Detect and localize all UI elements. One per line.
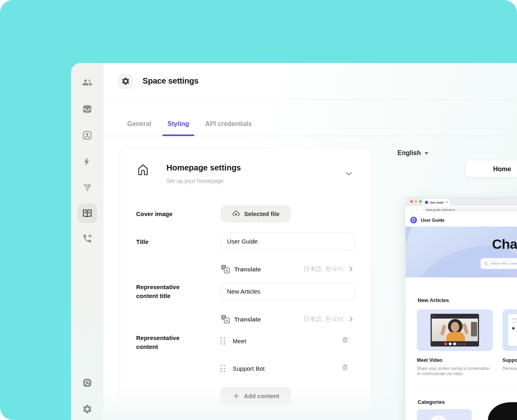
back-arrow-icon[interactable]: ←	[409, 208, 413, 212]
tab-close-icon[interactable]: ✕	[446, 201, 448, 204]
article-title: Support	[502, 357, 517, 363]
representative-content-title-input[interactable]	[221, 283, 355, 300]
drag-handle-icon[interactable]	[221, 365, 225, 372]
automation-bolt-icon[interactable]	[82, 156, 92, 167]
title-input[interactable]	[221, 233, 355, 250]
add-content-label: Add content	[244, 393, 280, 399]
site-header: User Guide	[406, 214, 517, 227]
contacts-icon[interactable]	[82, 130, 92, 141]
channel-messenger-icon[interactable]	[82, 378, 92, 388]
language-selector[interactable]: English	[397, 149, 429, 157]
content-item-row: Meet	[221, 333, 355, 349]
chevron-right-icon	[347, 315, 355, 323]
delete-trash-icon[interactable]	[341, 336, 349, 346]
plus-icon	[232, 392, 240, 400]
homepage-settings-card: Homepage settings Set up your homepage C…	[120, 148, 372, 420]
screenshot-canvas: Space settings General Styling API crede…	[0, 0, 517, 420]
home-icon	[136, 163, 150, 178]
translate-icon: A	[221, 314, 230, 324]
article-description: Share your screen during a conversation …	[417, 366, 493, 376]
search-placeholder: Article Title, Content	[491, 262, 517, 265]
home-button[interactable]: Home	[465, 160, 517, 177]
translate-label: Translate	[234, 316, 261, 323]
title-label: Title	[136, 237, 149, 246]
settings-gear-icon[interactable]	[82, 404, 92, 414]
article-title: Meet Video	[417, 357, 493, 363]
selected-file-label: Selected file	[244, 210, 280, 217]
team-members-icon[interactable]	[82, 77, 92, 88]
translate-icon: A	[221, 264, 230, 274]
categories-heading: Categories	[418, 399, 445, 405]
content-item-name: Meet	[233, 338, 246, 344]
gear-icon	[121, 77, 130, 86]
browser-preview: User Guide ✕ ← → www.guide.channel.io Us…	[406, 197, 517, 420]
hero-banner: Cha Article Title, Content	[406, 227, 517, 277]
chat-window-mock	[508, 314, 517, 346]
article-thumbnail	[417, 309, 493, 351]
traffic-lights-icon	[410, 200, 422, 203]
cloud-upload-icon	[232, 210, 240, 218]
video-call-mock	[431, 314, 479, 346]
page-title: Space settings	[143, 76, 198, 86]
send-campaign-icon[interactable]	[82, 183, 92, 193]
tab-api-credentials[interactable]: API credentials	[205, 120, 252, 136]
selected-file-button[interactable]: Selected file	[221, 205, 291, 223]
translate-languages: 日本語, 한국어	[304, 315, 343, 323]
category-card[interactable]	[417, 409, 472, 420]
browser-urlbar: ← → www.guide.channel.io	[406, 206, 517, 214]
translate-languages: 日本語, 한국어	[304, 265, 343, 273]
svg-text:A: A	[225, 318, 228, 323]
drag-handle-icon[interactable]	[221, 338, 225, 344]
category-illustration	[427, 416, 449, 420]
representative-content-label: Representative content	[136, 334, 203, 351]
user-guide-docs-icon[interactable]	[82, 208, 92, 218]
card-title: Homepage settings	[166, 163, 241, 172]
cover-image-label: Cover image	[136, 210, 172, 218]
article-thumbnail	[502, 309, 517, 351]
site-title: User Guide	[421, 218, 445, 223]
new-articles-heading: New Articles	[418, 297, 449, 303]
svg-text:A: A	[225, 268, 228, 273]
representative-content-title-label: Representative content title	[136, 283, 203, 300]
article-card[interactable]: Support Decrease inquiries	[502, 309, 517, 371]
hero-title: Cha	[492, 236, 517, 252]
translate-row-title[interactable]: A Translate 日本語, 한국어	[221, 261, 355, 277]
section-divider	[417, 387, 517, 388]
translate-row-representative[interactable]: A Translate 日本語, 한국어	[221, 311, 355, 327]
calls-phone-icon[interactable]	[82, 233, 92, 244]
search-icon	[484, 262, 488, 266]
inbox-icon[interactable]	[82, 104, 92, 114]
settings-tab-bar: General Styling API credentials	[103, 99, 517, 136]
language-selector-value: English	[397, 149, 421, 157]
caret-down-icon	[425, 152, 429, 155]
collapse-chevron-down-icon[interactable]	[345, 169, 353, 180]
space-settings-gear-badge	[118, 74, 133, 89]
article-card[interactable]: Meet Video Share your screen during a co…	[417, 309, 493, 376]
article-description: Decrease inquiries	[502, 366, 517, 371]
page-header: Space settings	[103, 63, 517, 100]
url-field[interactable]: www.guide.channel.io	[422, 207, 517, 212]
tab-general[interactable]: General	[127, 120, 151, 136]
content-item-row: Support Bot	[221, 360, 355, 376]
app-sidebar	[71, 63, 103, 420]
chevron-right-icon	[347, 265, 355, 273]
browser-tabstrip: User Guide ✕	[406, 197, 517, 206]
favicon-channel-icon	[425, 201, 428, 204]
card-subtitle: Set up your homepage	[166, 178, 224, 184]
delete-trash-icon[interactable]	[341, 363, 349, 373]
settings-content: Homepage settings Set up your homepage C…	[103, 136, 517, 420]
translate-label: Translate	[234, 266, 261, 273]
forward-arrow-icon[interactable]: →	[416, 208, 419, 212]
content-item-name: Support Bot	[233, 365, 265, 372]
site-body: New Articles	[406, 277, 517, 420]
add-content-button[interactable]: Add content	[221, 387, 291, 405]
channel-logo-icon	[410, 216, 418, 224]
app-window: Space settings General Styling API crede…	[71, 63, 517, 420]
browser-tab[interactable]: User Guide ✕	[422, 199, 450, 206]
article-search-box[interactable]: Article Title, Content	[481, 258, 517, 269]
tab-styling[interactable]: Styling	[168, 120, 189, 136]
browser-tab-title: User Guide	[430, 201, 444, 204]
